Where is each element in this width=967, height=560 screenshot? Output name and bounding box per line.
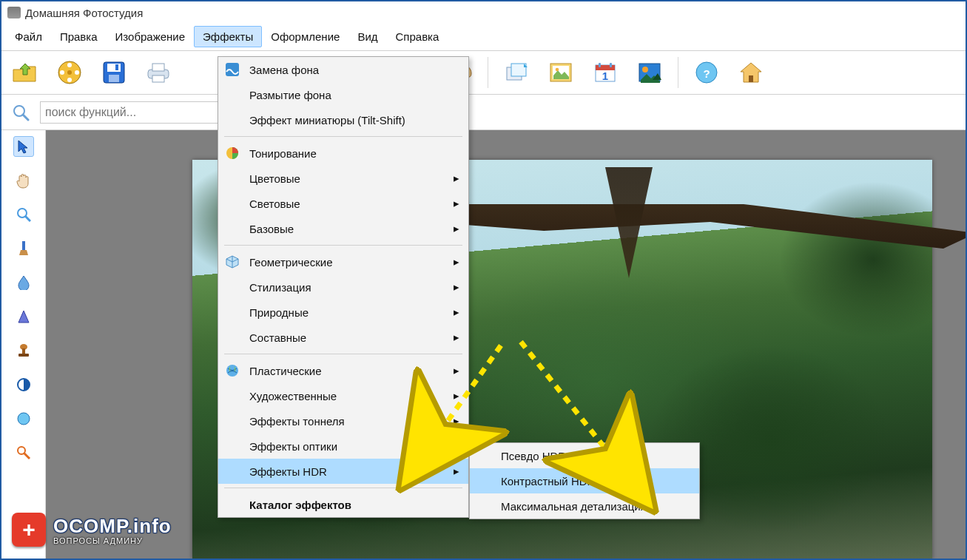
svg-point-28 (642, 67, 648, 72)
menu-item-label: Замена фона (249, 64, 319, 76)
titlebar: Домашняя Фотостудия (1, 1, 966, 24)
calendar-icon: 1 (593, 61, 617, 84)
hand-icon (16, 172, 32, 189)
svg-point-3 (67, 78, 72, 82)
menu-item-label: Эффект миниатюры (Tilt-Shift) (249, 114, 405, 126)
searchbar (1, 95, 966, 130)
menu-item-tilt-shift[interactable]: Эффект миниатюры (Tilt-Shift) (218, 107, 468, 132)
menu-decoration[interactable]: Оформление (262, 26, 348, 47)
gallery-button[interactable] (53, 56, 86, 89)
svg-rect-26 (610, 63, 612, 67)
chevron-right-icon: ▸ (454, 465, 459, 478)
chevron-right-icon: ▸ (454, 389, 459, 402)
chevron-right-icon: ▸ (454, 439, 459, 453)
svg-text:1: 1 (602, 70, 608, 82)
menu-item-label: Художественные (249, 390, 337, 402)
cone-tool[interactable] (13, 306, 34, 327)
stamp-icon (16, 343, 31, 358)
contrast-tool[interactable] (13, 374, 34, 395)
wand-icon (16, 445, 31, 460)
menu-view[interactable]: Вид (348, 26, 386, 47)
circle-tool[interactable] (13, 408, 34, 429)
home-button[interactable] (735, 56, 767, 89)
save-button[interactable] (98, 56, 130, 89)
svg-rect-39 (18, 354, 29, 357)
menu-item-artistic[interactable]: Художественные▸ (218, 383, 468, 408)
plus-icon: + (12, 513, 46, 547)
toolbar: 1 ? (1, 50, 966, 95)
calendar-button[interactable]: 1 (589, 56, 621, 89)
toolbar-separator (488, 57, 488, 88)
menu-item-label: Эффекты тоннеля (249, 415, 345, 428)
menu-item-label: Размытие фона (249, 89, 331, 101)
svg-point-5 (67, 70, 72, 75)
picture-button[interactable] (633, 56, 666, 89)
help-button[interactable]: ? (690, 56, 723, 89)
floppy-icon (101, 60, 127, 85)
folder-open-icon (12, 61, 38, 84)
svg-rect-25 (599, 63, 601, 67)
submenu-item-max-detail[interactable]: Максимальная детализация (470, 493, 699, 519)
menu-item-light[interactable]: Световые▸ (218, 191, 468, 216)
menu-edit[interactable]: Правка (51, 26, 107, 47)
help-icon: ? (695, 61, 718, 84)
thumb-crop-button[interactable] (500, 56, 533, 89)
circle-icon (16, 411, 31, 426)
open-folder-button[interactable] (9, 56, 41, 89)
print-button[interactable] (142, 56, 175, 89)
menu-item-label: Базовые (249, 223, 294, 235)
menu-item-natural[interactable]: Природные▸ (218, 300, 468, 325)
chevron-right-icon: ▸ (454, 255, 459, 269)
chevron-right-icon: ▸ (454, 414, 459, 428)
menu-image[interactable]: Изображение (107, 26, 195, 47)
effects-dropdown: Замена фона Размытие фона Эффект миниатю… (218, 56, 469, 518)
menu-file[interactable]: Файл (6, 26, 51, 47)
pointer-tool[interactable] (13, 136, 34, 157)
menu-item-catalog[interactable]: Каталог эффектов (218, 492, 468, 517)
hand-tool[interactable] (13, 170, 34, 191)
drop-tool[interactable] (13, 272, 34, 293)
menu-item-replace-bg[interactable]: Замена фона (218, 57, 468, 82)
drop-icon (18, 275, 30, 290)
wand-tool[interactable] (13, 442, 34, 463)
menu-item-label: Световые (249, 198, 300, 210)
svg-text:?: ? (703, 67, 710, 80)
chevron-right-icon: ▸ (454, 331, 459, 344)
stamp-tool[interactable] (13, 340, 34, 361)
menu-item-toning[interactable]: Тонирование (218, 141, 468, 166)
submenu-item-contrast-hdr[interactable]: Контрастный HDR (470, 468, 699, 493)
menu-item-basic[interactable]: Базовые▸ (218, 216, 468, 241)
svg-point-41 (18, 413, 30, 425)
photo-icon (549, 62, 573, 83)
menu-item-optics[interactable]: Эффекты оптики▸ (218, 434, 468, 459)
menu-item-blur-bg[interactable]: Размытие фона (218, 82, 468, 107)
svg-rect-8 (109, 75, 119, 82)
menu-item-label: Эффекты HDR (249, 465, 327, 478)
menu-item-hdr[interactable]: Эффекты HDR▸ (218, 459, 468, 484)
frame-photo-button[interactable] (545, 56, 577, 89)
svg-rect-12 (152, 75, 164, 82)
svg-point-21 (556, 68, 559, 72)
menu-item-tunnel[interactable]: Эффекты тоннеля▸ (218, 408, 468, 434)
brush-tool[interactable] (13, 238, 34, 259)
menu-help[interactable]: Справка (387, 26, 448, 47)
menu-effects[interactable]: Эффекты (194, 26, 262, 47)
menu-item-color[interactable]: Цветовые▸ (218, 166, 468, 191)
cube-icon (226, 255, 239, 269)
chevron-right-icon: ▸ (454, 172, 459, 185)
hdr-submenu: Псевдо HDR Контрастный HDR Максимальная … (469, 442, 700, 519)
menu-item-composite[interactable]: Составные▸ (218, 325, 468, 350)
menu-item-geometric[interactable]: Геометрические▸ (218, 249, 468, 274)
menu-item-label: Цветовые (249, 172, 300, 185)
zoom-tool[interactable] (13, 204, 34, 225)
svg-point-2 (75, 70, 79, 75)
side-toolbar (1, 130, 46, 559)
reel-icon (57, 60, 82, 85)
menu-item-plastic[interactable]: Пластические▸ (218, 358, 468, 383)
menu-item-label: Каталог эффектов (249, 499, 351, 511)
menu-item-stylization[interactable]: Стилизация▸ (218, 274, 468, 300)
chevron-right-icon: ▸ (454, 306, 459, 319)
submenu-item-pseudo-hdr[interactable]: Псевдо HDR (470, 443, 699, 468)
contrast-icon (16, 377, 31, 392)
svg-line-35 (25, 216, 30, 221)
